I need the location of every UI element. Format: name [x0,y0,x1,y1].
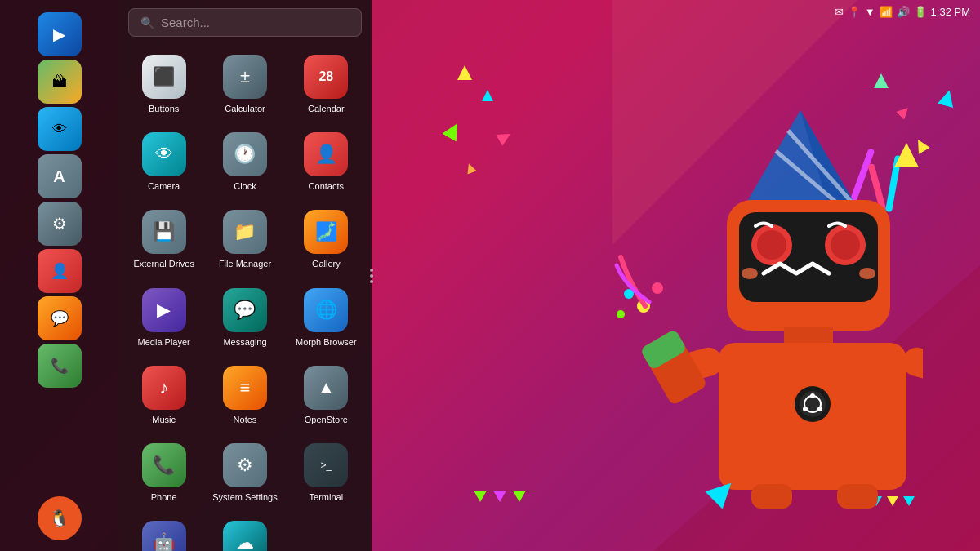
eye-icon: 👁 [52,121,67,138]
app-icon-file-manager: 📁 [223,210,267,254]
app-label-file-manager: File Manager [219,259,271,269]
app-icon-clock: 🕐 [223,132,267,176]
dots-menu[interactable] [367,265,376,287]
app-item-contacts[interactable]: 👤Contacts [287,124,365,198]
mail-icon: ✉ [835,6,844,18]
app-label-music: Music [152,415,176,425]
app-launcher: 🔍 ⬛Buttons±Calculator28Calendar👁Camera🕐C… [118,0,372,551]
app-item-camera[interactable]: 👁Camera [125,124,203,198]
play-icon: ▶ [53,24,65,44]
app-label-contacts: Contacts [309,181,344,192]
app-item-calendar[interactable]: 28Calendar [287,47,365,121]
app-label-calendar: Calendar [308,104,345,114]
app-icon-phone: 📞 [142,443,186,487]
app-icon-messaging: 💬 [223,288,267,332]
sidebar-ubuntu-button[interactable]: 🐧 [38,496,82,540]
app-item-morph-browser[interactable]: 🌐Morph Browser [287,280,365,354]
app-item-buttons[interactable]: ⬛Buttons [125,47,203,121]
app-icon-ubreots: 🤖 [142,521,186,551]
app-item-media-player[interactable]: ▶Media Player [125,280,203,354]
app-icon-calendar: 28 [304,55,348,99]
app-icon-morph-browser: 🌐 [304,288,348,332]
sidebar-item-contacts[interactable]: 👤 [38,249,82,293]
svg-rect-29 [837,484,878,509]
app-label-openstore: OpenStore [305,415,348,425]
network-icon: ▼ [865,6,875,18]
app-label-gallery: Gallery [312,259,341,269]
app-label-terminal: Terminal [310,492,344,503]
svg-point-8 [757,230,786,260]
app-item-music[interactable]: ♪Music [125,358,203,432]
app-label-system-settings: System Settings [212,492,277,503]
app-item-file-manager[interactable]: 📁File Manager [206,202,283,276]
landscape-icon: 🏔 [52,73,67,91]
app-icon-openstore: ▲ [304,366,348,410]
app-icon-calculator: ± [223,55,267,99]
svg-point-11 [859,268,875,279]
app-item-system-settings[interactable]: ⚙System Settings [206,435,283,509]
app-item-clock[interactable]: 🕐Clock [206,124,283,198]
app-item-openstore[interactable]: ▲OpenStore [287,358,365,432]
app-item-weather[interactable]: ☁Weather [206,513,283,551]
app-label-notes: Notes [234,415,257,425]
phone-icon: 📞 [51,357,69,375]
sidebar-item-landscape[interactable]: 🏔 [38,60,82,104]
desktop: ✉ 📍 ▼ 📶 🔊 🔋 1:32 PM ▶ 🏔 👁 A ⚙ 👤 💬 [0,0,980,551]
app-label-calculator: Calculator [225,104,265,114]
status-icons: ✉ 📍 ▼ 📶 🔊 🔋 1:32 PM [835,6,970,18]
ubuntu-icon: 🐧 [49,509,69,528]
gear-icon: ⚙ [52,214,67,233]
app-icon-system-settings: ⚙ [223,443,267,487]
sidebar: ▶ 🏔 👁 A ⚙ 👤 💬 📞 🐧 [0,0,118,551]
app-icon-terminal: >_ [304,443,348,487]
app-icon-gallery: 🗾 [304,210,348,254]
svg-point-25 [652,282,663,294]
app-icon-notes: ≡ [223,366,267,410]
app-label-messaging: Messaging [223,337,266,348]
battery-icon: 🔋 [914,6,927,18]
app-label-media-player: Media Player [138,337,190,348]
dot3 [370,280,373,283]
app-item-terminal[interactable]: >_Terminal [287,435,365,509]
app-icon-music: ♪ [142,366,186,410]
svg-point-17 [810,393,815,398]
app-label-phone: Phone [151,492,177,503]
app-label-buttons: Buttons [149,104,179,114]
dot2 [370,274,373,278]
dot1 [370,269,373,272]
app-item-ubreots[interactable]: 🤖UBreots [125,513,203,551]
app-item-external-drives[interactable]: 💾External Drives [125,202,203,276]
app-item-phone[interactable]: 📞Phone [125,435,203,509]
app-item-messaging[interactable]: 💬Messaging [206,280,283,354]
app-label-camera: Camera [148,181,180,192]
sidebar-item-media[interactable]: ▶ [38,12,82,56]
wifi-icon: 📶 [880,6,893,18]
app-item-gallery[interactable]: 🗾Gallery [287,202,365,276]
svg-point-19 [803,407,808,411]
app-icon-contacts: 👤 [304,132,348,176]
app-item-notes[interactable]: ≡Notes [206,358,283,432]
app-label-morph-browser: Morph Browser [296,337,357,348]
app-label-external-drives: External Drives [133,259,194,269]
sidebar-item-messages[interactable]: 💬 [38,296,82,340]
svg-rect-28 [751,484,792,509]
svg-point-9 [831,230,860,260]
app-label-clock: Clock [234,181,256,192]
volume-icon: 🔊 [897,6,910,18]
svg-marker-30 [894,143,919,167]
sidebar-item-settings[interactable]: ⚙ [38,202,82,246]
app-icon-weather: ☁ [223,521,267,551]
svg-point-26 [617,310,625,318]
app-item-calculator[interactable]: ±Calculator [206,47,283,121]
font-icon: A [53,167,65,186]
app-icon-camera: 👁 [142,132,186,176]
status-bar: ✉ 📍 ▼ 📶 🔊 🔋 1:32 PM [118,0,980,23]
sidebar-item-font[interactable]: A [38,154,82,198]
sidebar-item-phone[interactable]: 📞 [38,344,82,388]
location-icon: 📍 [848,6,861,18]
sidebar-item-eye[interactable]: 👁 [38,107,82,151]
app-grid: ⬛Buttons±Calculator28Calendar👁Camera🕐Clo… [118,43,372,551]
app-icon-buttons: ⬛ [142,55,186,99]
message-icon: 💬 [51,309,69,327]
svg-point-10 [742,268,758,279]
